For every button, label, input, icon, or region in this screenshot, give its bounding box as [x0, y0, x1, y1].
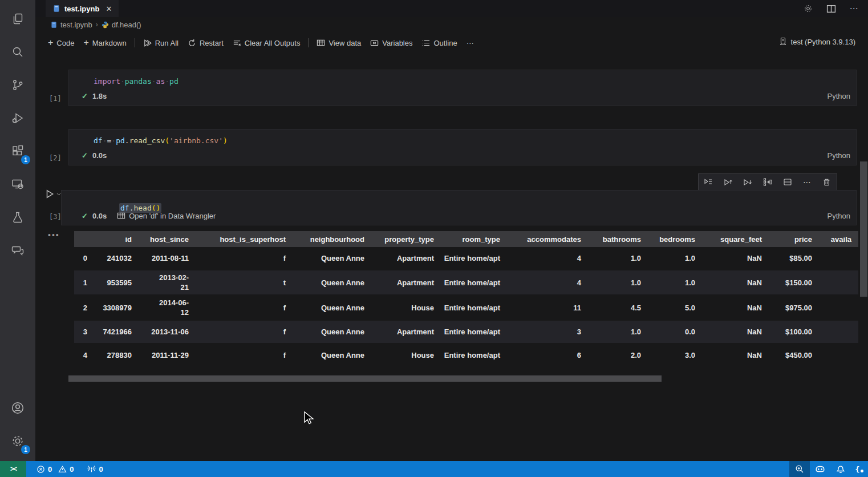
cell-1-language[interactable]: Python [828, 92, 850, 100]
settings-gear-icon-titlebar[interactable] [802, 2, 814, 15]
restart-button[interactable]: Restart [183, 37, 228, 50]
cell-2-language[interactable]: Python [828, 151, 850, 160]
code-token: · [111, 136, 116, 145]
split-cell-icon[interactable] [780, 175, 795, 189]
cell-hover-toolbar: ⋯ [698, 173, 837, 191]
outline-button[interactable]: Outline [417, 37, 461, 50]
copilot-button[interactable] [810, 461, 830, 477]
table-cell: 2.0 [588, 344, 648, 367]
restart-icon [188, 39, 196, 47]
notebook-cell-2[interactable]: df·=·pd.read_csv('airbnb.csv') ✓ 0.0s Py… [68, 129, 857, 165]
code-token: pandas [125, 77, 152, 86]
output-more-actions-icon[interactable]: ••• [48, 231, 60, 240]
success-check-icon: ✓ [82, 151, 88, 160]
horizontal-scrollbar[interactable] [68, 375, 662, 382]
table-cell: 2013-11-06 [139, 321, 196, 344]
variables-button[interactable]: Variables [366, 37, 417, 50]
notebook-cell-3[interactable]: df.head() ✓ 0.0s Open 'df' in Data Wrang… [61, 190, 857, 225]
source-control-icon[interactable] [4, 71, 31, 99]
breadcrumb: test.ipynb › df.head() [35, 17, 868, 32]
add-markdown-cell-button[interactable]: + Markdown [79, 35, 131, 50]
breadcrumb-symbol[interactable]: df.head() [102, 21, 141, 29]
zoom-indicator-button[interactable] [789, 461, 810, 477]
table-cell: Apartment [371, 270, 441, 296]
comments-icon[interactable] [4, 236, 31, 265]
extensions-icon[interactable]: 1 [4, 137, 31, 165]
table-cell: 2011-11-29 [139, 344, 196, 367]
add-code-cell-button[interactable]: + Code [43, 35, 79, 50]
table-cell [819, 344, 858, 367]
remote-explorer-icon[interactable] [4, 170, 31, 199]
split-editor-icon[interactable] [825, 2, 837, 15]
table-cell: t [196, 270, 293, 296]
notebook-cell-1[interactable]: import·pandas·as·pd ✓ 1.8s Python [68, 70, 857, 106]
table-cell: 4.5 [588, 296, 648, 321]
python-icon [102, 21, 109, 29]
tab-title: test.ipynb [64, 5, 99, 13]
code-token: () [152, 204, 161, 212]
vertical-scrollbar[interactable] [860, 161, 867, 297]
code-token: read_csv [129, 136, 165, 145]
table-cell: Queen Anne [293, 270, 371, 296]
remote-indicator[interactable]: >< [0, 461, 26, 477]
table-cell: 4 [507, 270, 588, 296]
table-cell: 4 [507, 247, 588, 270]
run-all-button[interactable]: Run All [139, 37, 183, 50]
execute-section-icon[interactable] [701, 175, 716, 189]
table-header-row: idhost_sincehost_is_superhostneighbourho… [74, 231, 858, 247]
kernel-picker[interactable]: test (Python 3.9.13) [778, 37, 855, 46]
account-icon[interactable] [4, 394, 31, 422]
table-cell: 7421966 [94, 321, 139, 344]
status-bar: >< 0 0 0 { [0, 461, 868, 477]
explorer-icon[interactable] [4, 5, 31, 33]
table-row: 374219662013-11-06fQueen AnneApartmentEn… [74, 321, 858, 344]
ports-button[interactable]: 0 [83, 461, 107, 477]
execute-above-icon[interactable] [721, 175, 736, 189]
run-debug-icon[interactable] [4, 104, 31, 132]
error-icon [36, 465, 45, 474]
cell-1-execution-count: [1] [49, 95, 62, 103]
tab-test-ipynb[interactable]: test.ipynb ✕ [46, 0, 119, 17]
language-status-icon[interactable]: { [851, 461, 868, 477]
settings-badge: 1 [21, 445, 30, 454]
cell-2-code[interactable]: df·=·pd.read_csv('airbnb.csv') [94, 136, 228, 145]
vscode-window: 1 1 test.ipynb ✕ [0, 0, 868, 477]
breadcrumb-file[interactable]: test.ipynb [50, 21, 92, 29]
open-df-in-data-wrangler-link[interactable]: Open 'df' in Data Wrangler [117, 212, 216, 220]
close-tab-icon[interactable]: ✕ [106, 5, 112, 13]
execute-below-icon[interactable] [740, 175, 755, 189]
outline-icon [421, 39, 430, 47]
more-actions-icon[interactable]: ⋯ [800, 175, 814, 189]
testing-icon[interactable] [4, 203, 31, 232]
clear-all-outputs-button[interactable]: Clear All Outputs [228, 37, 305, 50]
kernel-icon [778, 37, 788, 46]
copilot-icon [815, 464, 825, 474]
table-cell: House [371, 344, 441, 367]
table-column-header [74, 231, 94, 247]
toolbar-more-icon[interactable]: ⋯ [462, 37, 478, 50]
table-cell: 6 [507, 344, 588, 367]
more-actions-icon[interactable]: ⋯ [847, 2, 860, 15]
clear-outputs-icon [233, 39, 241, 47]
cell-1-duration: 1.8s [92, 92, 107, 100]
notifications-bell-button[interactable] [830, 461, 851, 477]
open-in-data-wrangler-icon[interactable] [760, 175, 775, 189]
extensions-badge: 1 [21, 155, 30, 164]
table-cell: 1.0 [588, 270, 648, 296]
cell-1-code[interactable]: import·pandas·as·pd [94, 77, 179, 86]
run-icon [44, 189, 55, 199]
view-data-button[interactable]: View data [312, 37, 366, 50]
search-icon[interactable] [4, 38, 31, 66]
run-cell-button[interactable] [44, 189, 62, 199]
problems-button[interactable]: 0 0 [32, 461, 78, 477]
delete-cell-icon[interactable] [820, 175, 834, 189]
code-token: df [94, 136, 103, 145]
table-cell: f [196, 321, 293, 344]
table-cell [819, 270, 858, 296]
settings-gear-icon[interactable]: 1 [4, 427, 31, 455]
table-cell [819, 296, 858, 321]
cell-3-language[interactable]: Python [828, 212, 850, 220]
code-token: as [156, 77, 165, 86]
table-cell: House [371, 296, 441, 321]
table-cell [819, 321, 858, 344]
